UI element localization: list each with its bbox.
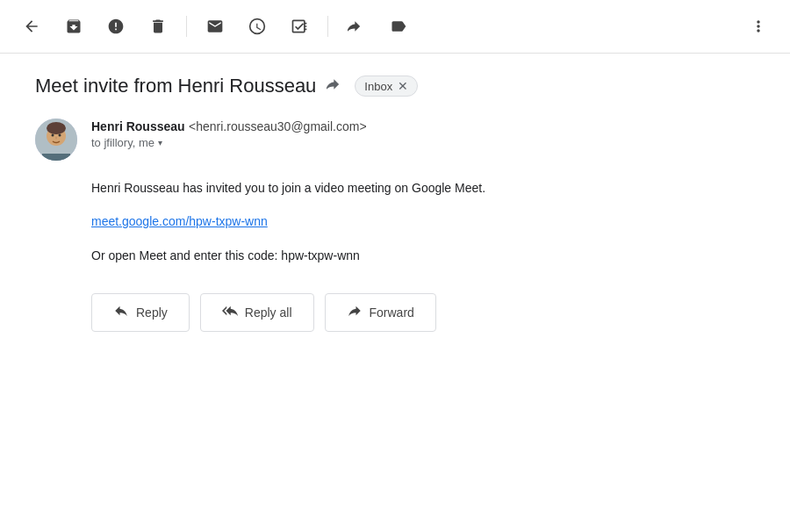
- svg-point-6: [55, 137, 57, 140]
- subject-row: Meet invite from Henri Rousseau Inbox ✕: [35, 75, 755, 97]
- snooze-button[interactable]: [240, 9, 275, 44]
- report-spam-button[interactable]: [98, 9, 133, 44]
- svg-point-3: [47, 122, 66, 134]
- more-options-button[interactable]: [741, 9, 776, 44]
- action-buttons: Reply Reply all Forward: [91, 293, 755, 332]
- svg-point-4: [52, 134, 54, 137]
- reply-button[interactable]: Reply: [91, 293, 190, 332]
- move-to-button[interactable]: [339, 9, 374, 44]
- delete-button[interactable]: [140, 9, 176, 44]
- inbox-badge[interactable]: Inbox ✕: [355, 75, 418, 97]
- reply-icon: [113, 303, 129, 322]
- mark-unread-button[interactable]: [198, 9, 233, 44]
- forward-button[interactable]: Forward: [325, 293, 436, 332]
- svg-point-5: [59, 134, 61, 137]
- body-paragraph-2: Or open Meet and enter this code: hpw-tx…: [91, 246, 755, 265]
- svg-rect-7: [42, 154, 70, 161]
- email-subject: Meet invite from Henri Rousseau: [35, 75, 316, 97]
- inbox-label: Inbox: [364, 80, 392, 93]
- toolbar-divider-1: [186, 16, 187, 37]
- forward-label: Forward: [370, 306, 414, 320]
- email-header: Henri Rousseau <henri.rousseau30@gmail.c…: [35, 119, 755, 161]
- sender-info: Henri Rousseau <henri.rousseau30@gmail.c…: [91, 119, 755, 149]
- email-container: Meet invite from Henri Rousseau Inbox ✕: [0, 54, 790, 353]
- sender-avatar: [35, 119, 77, 161]
- sender-email: <henri.rousseau30@gmail.com>: [189, 119, 367, 133]
- reply-all-icon: [222, 303, 238, 322]
- inbox-close-icon[interactable]: ✕: [398, 79, 408, 93]
- email-body: Henri Rousseau has invited you to join a…: [91, 178, 755, 265]
- to-line: to jfillory, me ▾: [91, 136, 755, 149]
- add-to-tasks-button[interactable]: [282, 9, 317, 44]
- back-button[interactable]: [14, 9, 49, 44]
- send-icon: [327, 75, 344, 97]
- toolbar-divider-2: [327, 16, 328, 37]
- email-toolbar: [0, 0, 790, 54]
- to-text: to jfillory, me: [91, 136, 154, 149]
- meet-link[interactable]: meet.google.com/hpw-txpw-wnn: [91, 214, 268, 228]
- forward-icon: [347, 303, 363, 322]
- label-button[interactable]: [381, 9, 416, 44]
- reply-all-label: Reply all: [245, 306, 292, 320]
- sender-name: Henri Rousseau: [91, 119, 185, 133]
- sender-name-line: Henri Rousseau <henri.rousseau30@gmail.c…: [91, 119, 755, 134]
- recipients-dropdown-icon[interactable]: ▾: [158, 138, 162, 147]
- meet-link-paragraph: meet.google.com/hpw-txpw-wnn: [91, 212, 755, 231]
- reply-label: Reply: [136, 306, 168, 320]
- reply-all-button[interactable]: Reply all: [200, 293, 314, 332]
- body-paragraph-1: Henri Rousseau has invited you to join a…: [91, 178, 755, 198]
- archive-button[interactable]: [56, 9, 91, 44]
